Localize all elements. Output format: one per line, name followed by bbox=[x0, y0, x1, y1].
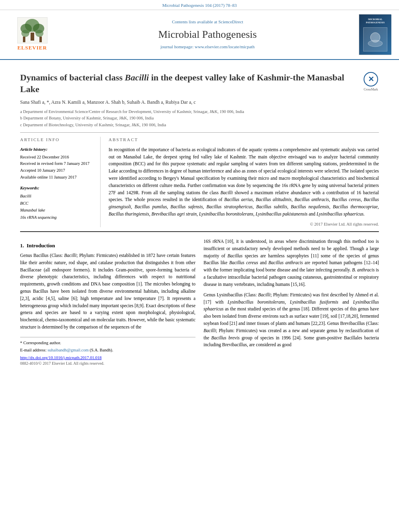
doi-link[interactable]: http://dx.doi.org/10.1016/j.micpath.2017… bbox=[20, 355, 102, 360]
keyword-1: Bacilli bbox=[20, 193, 94, 200]
journal-cover: MICROBIAL PATHOGENESIS bbox=[359, 14, 391, 55]
crossmark-label: CrossMark bbox=[364, 87, 378, 92]
cover-image-icon bbox=[365, 29, 385, 49]
right-column: 16S rRNA [10], it is understood, in area… bbox=[204, 238, 379, 367]
keyword-3: Manasbal lake bbox=[20, 207, 94, 214]
divider-2 bbox=[20, 231, 379, 232]
divider-1 bbox=[20, 132, 379, 133]
journal-citation: Microbial Pathogenesis 104 (2017) 78–83 bbox=[162, 3, 237, 8]
article-history-title: Article history: bbox=[20, 146, 94, 153]
article-title: Dynamics of bacterial class Bacilli in t… bbox=[20, 72, 359, 95]
issn-line: 0882-4010/© 2017 Elsevier Ltd. All right… bbox=[20, 361, 195, 367]
svg-point-10 bbox=[368, 40, 383, 47]
authors-line: Sana Shafi a, *, Azra N. Kamili a, Manzo… bbox=[20, 99, 379, 106]
abstract-heading: ABSTRACT bbox=[109, 137, 379, 143]
abstract-text: In recognition of the importance of bact… bbox=[109, 146, 379, 218]
journal-center-info: Contents lists available at ScienceDirec… bbox=[56, 19, 359, 50]
email-line: E-mail address: suhaibandh@gmail.com (S.… bbox=[20, 347, 195, 353]
affiliation-b: b Department of Botany, University of Ka… bbox=[20, 115, 379, 121]
keyword-2: BCC bbox=[20, 200, 94, 207]
revised-date: Received in revised form 7 January 2017 bbox=[20, 160, 94, 167]
homepage-link[interactable]: www.elsevier.com/locate/micpath bbox=[195, 44, 255, 49]
journal-title: Microbial Pathogenesis bbox=[56, 27, 359, 42]
accepted-date: Accepted 10 January 2017 bbox=[20, 167, 94, 174]
doi-line: http://dx.doi.org/10.1016/j.micpath.2017… bbox=[20, 355, 195, 361]
keywords-title: Keywords: bbox=[20, 185, 94, 191]
affiliations: a Department of Environmental Science/Ce… bbox=[20, 109, 379, 128]
page-content: Dynamics of bacterial class Bacilli in t… bbox=[0, 60, 399, 375]
article-info-heading: ARTICLE INFO bbox=[20, 137, 94, 143]
article-title-section: Dynamics of bacterial class Bacilli in t… bbox=[20, 72, 379, 95]
sciencedirect-anchor[interactable]: ScienceDirect bbox=[218, 19, 243, 24]
elsevier-logo: ELSEVIER bbox=[8, 17, 56, 52]
intro-paragraph-1: Genus Bacillus (Class: Bacilli; Phylum: … bbox=[20, 252, 195, 331]
svg-rect-4 bbox=[31, 33, 34, 41]
received-date: Received 22 December 2016 bbox=[20, 154, 94, 161]
svg-rect-7 bbox=[23, 37, 25, 42]
elsevier-tree-icon bbox=[17, 17, 47, 43]
copyright-line: © 2017 Elsevier Ltd. All rights reserved… bbox=[109, 221, 379, 227]
article-info-abstract-section: ARTICLE INFO Article history: Received 2… bbox=[20, 137, 379, 227]
main-body: 1. Introduction Genus Bacillus (Class: B… bbox=[20, 238, 379, 367]
intro-paragraph-2: 16S rRNA [10], it is understood, in area… bbox=[204, 238, 379, 288]
svg-point-5 bbox=[21, 30, 29, 37]
corresponding-author-note: * Corresponding author. bbox=[20, 340, 195, 346]
journal-info-bar: Microbial Pathogenesis 104 (2017) 78–83 bbox=[0, 0, 399, 10]
left-column: 1. Introduction Genus Bacillus (Class: B… bbox=[20, 238, 195, 367]
intro-paragraph-3: Genus Lysinibacillus (Class: Bacilli; Ph… bbox=[204, 292, 379, 349]
keywords-list: Bacilli BCC Manasbal lake 16s rRNA seque… bbox=[20, 193, 94, 221]
svg-rect-8 bbox=[39, 37, 42, 42]
intro-heading: 1. Introduction bbox=[20, 242, 195, 250]
elsevier-wordmark: ELSEVIER bbox=[17, 44, 47, 52]
journal-homepage: journal homepage: www.elsevier.com/locat… bbox=[56, 44, 359, 50]
affiliation-a: a Department of Environmental Science/Ce… bbox=[20, 109, 379, 115]
available-date: Available online 11 January 2017 bbox=[20, 174, 94, 181]
footnote-area: * Corresponding author. E-mail address: … bbox=[20, 337, 195, 353]
abstract-column: ABSTRACT In recognition of the importanc… bbox=[109, 137, 379, 227]
sciencedirect-link: Contents lists available at ScienceDirec… bbox=[56, 19, 359, 25]
crossmark-icon: ✕ bbox=[364, 72, 378, 86]
affiliation-c: c Department of Biotechnology, Universit… bbox=[20, 122, 379, 128]
article-dates: Received 22 December 2016 Received in re… bbox=[20, 154, 94, 181]
crossmark: ✕ CrossMark bbox=[363, 72, 379, 92]
journal-header: ELSEVIER Contents lists available at Sci… bbox=[0, 10, 399, 60]
email-link[interactable]: suhaibandh@gmail.com bbox=[47, 348, 90, 352]
article-info-column: ARTICLE INFO Article history: Received 2… bbox=[20, 137, 101, 227]
keywords-section: Keywords: Bacilli BCC Manasbal lake 16s … bbox=[20, 185, 94, 221]
svg-point-6 bbox=[35, 30, 43, 37]
keyword-4: 16s rRNA sequencing bbox=[20, 214, 94, 221]
